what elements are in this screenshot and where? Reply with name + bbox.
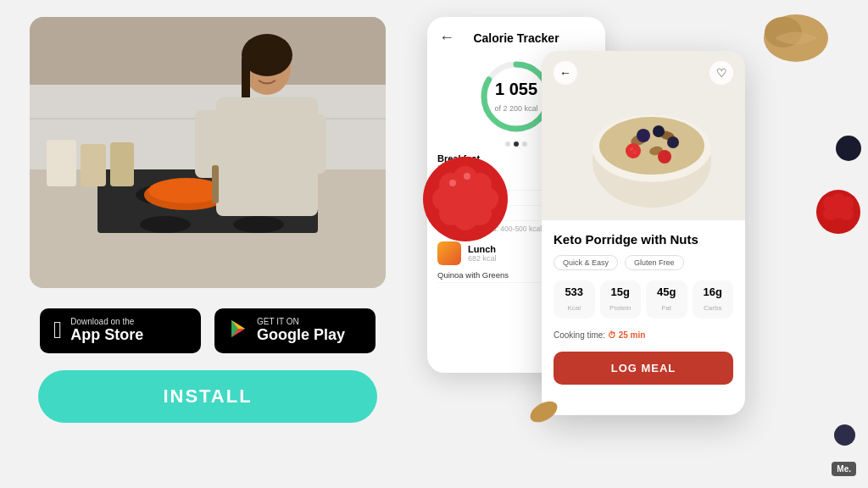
store-buttons:  Download on the App Store GET IT ON Go… bbox=[40, 308, 376, 353]
right-section: ← Calorie Tracker 1 055 of 2 200 kcal Br… bbox=[410, 0, 868, 488]
raspberry-decoration-large bbox=[419, 152, 512, 246]
app-store-main: App Store bbox=[70, 326, 143, 345]
stat-carbs: 16g Carbs bbox=[693, 280, 734, 319]
svg-point-56 bbox=[449, 180, 456, 186]
stat-protein: 15g Protein bbox=[600, 280, 642, 319]
lunch-info: Lunch 682 kcal bbox=[468, 244, 497, 263]
stat-fat-num: 45g bbox=[649, 286, 684, 298]
back-arrow-icon[interactable]: ← bbox=[439, 29, 454, 47]
svg-rect-12 bbox=[81, 144, 106, 186]
svg-rect-11 bbox=[47, 140, 76, 186]
dot-1 bbox=[505, 141, 510, 147]
cooking-time: Cooking time: ⏱ 25 min bbox=[554, 330, 733, 340]
stat-fat: 45g Fat bbox=[646, 280, 687, 319]
recipe-content: Keto Porridge with Nuts Quick & Easy Glu… bbox=[542, 220, 745, 396]
dot-3 bbox=[522, 141, 527, 147]
svg-point-64 bbox=[840, 207, 854, 220]
recipe-image: ← ♡ bbox=[542, 51, 745, 220]
recipe-title: Keto Porridge with Nuts bbox=[554, 232, 733, 247]
svg-rect-23 bbox=[212, 165, 219, 203]
calorie-number: 1 055 bbox=[494, 80, 537, 99]
phone1-header: ← Calorie Tracker bbox=[427, 17, 605, 53]
phone2-nav: ← ♡ bbox=[542, 61, 745, 85]
google-play-button[interactable]: GET IT ON Google Play bbox=[214, 308, 376, 353]
blueberry-decoration-2 bbox=[834, 424, 855, 446]
svg-point-43 bbox=[633, 151, 637, 154]
phone1-title: Calorie Tracker bbox=[473, 31, 559, 45]
svg-point-42 bbox=[630, 147, 633, 151]
recipe-heart-button[interactable]: ♡ bbox=[709, 61, 733, 85]
cooking-time-value: ⏱ 25 min bbox=[608, 330, 645, 340]
calorie-text: 1 055 of 2 200 kcal bbox=[494, 80, 537, 114]
google-play-icon bbox=[228, 319, 248, 343]
recipe-back-button[interactable]: ← bbox=[554, 61, 577, 85]
quinoa-label: Quinoa with Greens bbox=[437, 270, 509, 280]
svg-point-6 bbox=[233, 216, 284, 233]
recipe-stats: 533 Kcal 15g Protein 45g Fat 16g Carbs bbox=[554, 280, 733, 319]
svg-point-33 bbox=[599, 117, 704, 175]
svg-point-38 bbox=[653, 125, 665, 137]
svg-point-41 bbox=[658, 150, 671, 164]
stat-kcal-num: 533 bbox=[557, 286, 592, 298]
google-play-sub: GET IT ON bbox=[257, 317, 345, 326]
app-store-text: Download on the App Store bbox=[70, 317, 143, 345]
stat-carbs-label: Carbs bbox=[704, 304, 721, 312]
google-play-text: GET IT ON Google Play bbox=[257, 317, 345, 345]
svg-rect-13 bbox=[110, 142, 134, 186]
svg-point-37 bbox=[637, 129, 650, 142]
svg-point-5 bbox=[140, 216, 191, 233]
svg-rect-22 bbox=[301, 114, 326, 174]
svg-point-57 bbox=[464, 173, 470, 180]
stat-kcal: 533 Kcal bbox=[554, 280, 595, 319]
svg-point-55 bbox=[468, 202, 492, 225]
stat-protein-num: 15g bbox=[604, 286, 638, 298]
app-store-button[interactable]:  Download on the App Store bbox=[40, 308, 201, 353]
raspberry-decoration-small bbox=[813, 186, 864, 237]
left-section:  Download on the App Store GET IT ON Go… bbox=[0, 0, 415, 488]
stat-fat-label: Fat bbox=[661, 304, 671, 312]
app-store-sub: Download on the bbox=[70, 317, 143, 326]
dot-2 bbox=[514, 141, 519, 147]
cooking-time-label: Cooking time: bbox=[554, 330, 605, 340]
google-play-main: Google Play bbox=[257, 326, 345, 345]
apple-icon:  bbox=[53, 319, 62, 342]
calorie-sub: of 2 200 kcal bbox=[494, 104, 537, 113]
lunch-kcal: 682 kcal bbox=[468, 254, 497, 263]
stat-carbs-num: 16g bbox=[696, 286, 731, 298]
log-meal-button[interactable]: LOG MEAL bbox=[554, 352, 733, 385]
walnut-decoration bbox=[758, 8, 834, 68]
tag-quick-easy: Quick & Easy bbox=[554, 255, 618, 270]
recipe-tags: Quick & Easy Gluten Free bbox=[554, 255, 733, 270]
svg-point-39 bbox=[667, 136, 679, 148]
stat-kcal-label: Kcal bbox=[567, 304, 581, 312]
watermark: Me. bbox=[832, 462, 856, 476]
install-button[interactable]: INSTALL bbox=[38, 370, 377, 423]
blueberry-decoration-1 bbox=[836, 136, 861, 161]
svg-point-40 bbox=[626, 143, 641, 158]
tag-gluten-free: Gluten Free bbox=[625, 255, 684, 270]
hero-image bbox=[30, 17, 386, 288]
recipe-phone: ← ♡ Keto Porridge with Nuts Quick & Easy… bbox=[542, 51, 745, 415]
svg-rect-10 bbox=[30, 17, 386, 85]
stat-protein-label: Protein bbox=[609, 304, 631, 312]
